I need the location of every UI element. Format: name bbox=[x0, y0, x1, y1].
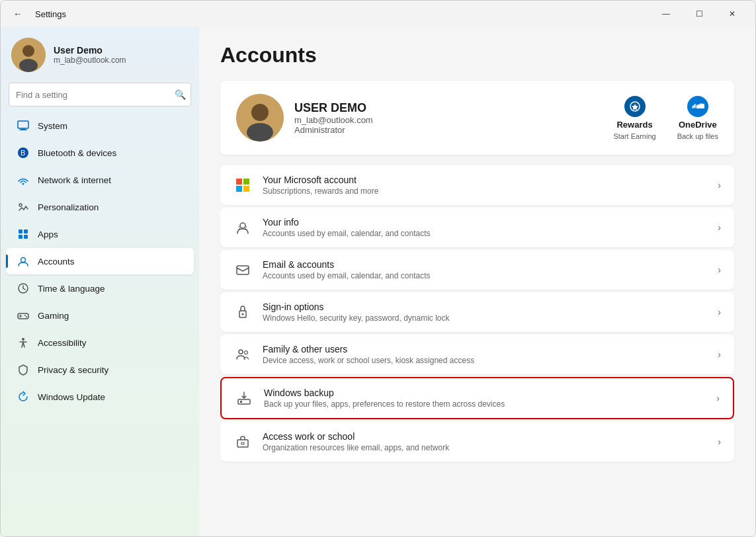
svg-point-32 bbox=[239, 350, 243, 354]
work-school-text: Access work or school Organization resou… bbox=[263, 431, 707, 452]
maximize-button[interactable]: ☐ bbox=[684, 3, 714, 24]
svg-point-28 bbox=[240, 223, 245, 228]
svg-point-31 bbox=[242, 313, 244, 315]
signin-icon bbox=[233, 303, 252, 321]
your-info-title: Your info bbox=[263, 217, 707, 227]
settings-window: ← Settings — ☐ ✕ User Demo bbox=[0, 0, 756, 537]
svg-rect-5 bbox=[19, 130, 27, 130]
svg-point-33 bbox=[245, 351, 248, 354]
sidebar-item-personalization[interactable]: Personalization bbox=[6, 194, 194, 220]
rewards-action[interactable]: Rewards Start Earning bbox=[613, 96, 655, 140]
sidebar-nav: System B Bluetooth & devices Network & i… bbox=[1, 112, 199, 411]
system-icon bbox=[17, 119, 30, 132]
search-box: 🔍 bbox=[9, 83, 191, 106]
svg-rect-12 bbox=[19, 235, 22, 239]
your-info-desc: Accounts used by email, calendar, and co… bbox=[263, 229, 707, 238]
svg-rect-24 bbox=[236, 179, 242, 185]
windows-backup-desc: Back up your files, apps, preferences to… bbox=[264, 399, 706, 409]
sidebar-item-time[interactable]: Time & language bbox=[6, 275, 194, 302]
user-profile: User Demo m_lab@outlook.com bbox=[1, 27, 199, 80]
svg-rect-37 bbox=[241, 442, 244, 444]
windows-backup-icon bbox=[235, 389, 253, 407]
sidebar-label-network: Network & internet bbox=[38, 175, 111, 185]
email-desc: Accounts used by email, calendar, and co… bbox=[263, 271, 707, 280]
gaming-icon bbox=[17, 309, 30, 322]
profile-role: Administrator bbox=[294, 125, 603, 135]
windows-backup-text: Windows backup Back up your files, apps,… bbox=[264, 388, 706, 409]
sidebar-label-privacy: Privacy & security bbox=[38, 365, 108, 375]
sidebar-item-system[interactable]: System bbox=[6, 112, 194, 139]
minimize-button[interactable]: — bbox=[651, 3, 681, 24]
window-controls: — ☐ ✕ bbox=[651, 3, 747, 24]
profile-actions: Rewards Start Earning OneDrive Back up f… bbox=[613, 96, 718, 140]
windows-backup-chevron: › bbox=[716, 393, 720, 403]
settings-item-family[interactable]: Family & other users Device access, work… bbox=[220, 335, 734, 374]
search-icon[interactable]: 🔍 bbox=[175, 89, 186, 100]
onedrive-action[interactable]: OneDrive Back up files bbox=[677, 96, 718, 140]
app-body: User Demo m_lab@outlook.com 🔍 System bbox=[1, 27, 755, 536]
sidebar-label-accounts: Accounts bbox=[38, 257, 75, 267]
sidebar-item-bluetooth[interactable]: B Bluetooth & devices bbox=[6, 140, 194, 166]
settings-item-work-school[interactable]: Access work or school Organization resou… bbox=[220, 422, 734, 462]
your-info-text: Your info Accounts used by email, calend… bbox=[263, 217, 707, 238]
time-icon bbox=[17, 282, 30, 295]
rewards-sub: Start Earning bbox=[613, 132, 655, 140]
settings-list: Your Microsoft account Subscriptions, re… bbox=[220, 165, 734, 462]
svg-rect-34 bbox=[238, 399, 250, 404]
privacy-icon bbox=[17, 363, 30, 376]
family-chevron: › bbox=[718, 349, 721, 360]
settings-item-signin[interactable]: Sign-in options Windows Hello, security … bbox=[220, 292, 734, 332]
sidebar-item-accounts[interactable]: Accounts bbox=[6, 248, 194, 274]
onedrive-icon bbox=[687, 96, 708, 117]
settings-item-windows-backup[interactable]: Windows backup Back up your files, apps,… bbox=[220, 377, 734, 419]
sidebar-item-network[interactable]: Network & internet bbox=[6, 167, 194, 193]
profile-details: USER DEMO m_lab@outlook.com Administrato… bbox=[294, 101, 603, 135]
rewards-icon bbox=[624, 96, 646, 117]
work-school-chevron: › bbox=[718, 436, 721, 447]
accessibility-icon bbox=[17, 336, 30, 349]
profile-card: USER DEMO m_lab@outlook.com Administrato… bbox=[220, 81, 734, 155]
sidebar-label-personalization: Personalization bbox=[38, 202, 99, 212]
profile-email: m_lab@outlook.com bbox=[294, 115, 603, 125]
search-input[interactable] bbox=[9, 83, 191, 106]
svg-rect-13 bbox=[24, 235, 28, 239]
sidebar-item-update[interactable]: Windows Update bbox=[6, 384, 194, 410]
svg-rect-35 bbox=[240, 401, 242, 403]
your-info-icon bbox=[233, 218, 252, 237]
svg-rect-29 bbox=[237, 266, 249, 274]
back-button[interactable]: ← bbox=[9, 5, 27, 23]
user-info: User Demo m_lab@outlook.com bbox=[54, 45, 126, 65]
settings-item-microsoft-account[interactable]: Your Microsoft account Subscriptions, re… bbox=[220, 165, 734, 205]
svg-rect-27 bbox=[243, 186, 249, 192]
avatar bbox=[11, 38, 46, 72]
close-button[interactable]: ✕ bbox=[717, 3, 747, 24]
update-icon bbox=[17, 390, 30, 403]
work-school-desc: Organization resources like email, apps,… bbox=[263, 443, 707, 452]
profile-avatar bbox=[236, 94, 284, 142]
your-info-chevron: › bbox=[718, 222, 721, 233]
settings-item-email[interactable]: Email & accounts Accounts used by email,… bbox=[220, 250, 734, 290]
settings-item-your-info[interactable]: Your info Accounts used by email, calend… bbox=[220, 208, 734, 247]
title-bar-left: ← Settings bbox=[9, 5, 66, 23]
user-email: m_lab@outlook.com bbox=[54, 56, 126, 65]
sidebar-item-apps[interactable]: Apps bbox=[6, 221, 194, 247]
personalization-icon bbox=[17, 200, 30, 214]
svg-point-19 bbox=[22, 338, 24, 341]
signin-desc: Windows Hello, security key, password, d… bbox=[263, 313, 707, 323]
onedrive-sub: Back up files bbox=[677, 132, 718, 140]
signin-chevron: › bbox=[718, 307, 721, 317]
window-title: Settings bbox=[35, 9, 66, 19]
svg-point-1 bbox=[22, 45, 34, 57]
profile-name: USER DEMO bbox=[294, 101, 603, 115]
email-chevron: › bbox=[718, 265, 721, 275]
sidebar-item-gaming[interactable]: Gaming bbox=[6, 302, 194, 329]
user-name: User Demo bbox=[54, 45, 126, 56]
svg-point-22 bbox=[247, 123, 273, 142]
svg-text:B: B bbox=[21, 149, 25, 157]
sidebar-item-accessibility[interactable]: Accessibility bbox=[6, 329, 194, 356]
svg-rect-3 bbox=[18, 121, 28, 128]
page-title: Accounts bbox=[220, 43, 734, 67]
sidebar-item-privacy[interactable]: Privacy & security bbox=[6, 356, 194, 383]
svg-point-2 bbox=[19, 59, 38, 72]
svg-rect-25 bbox=[243, 179, 249, 185]
